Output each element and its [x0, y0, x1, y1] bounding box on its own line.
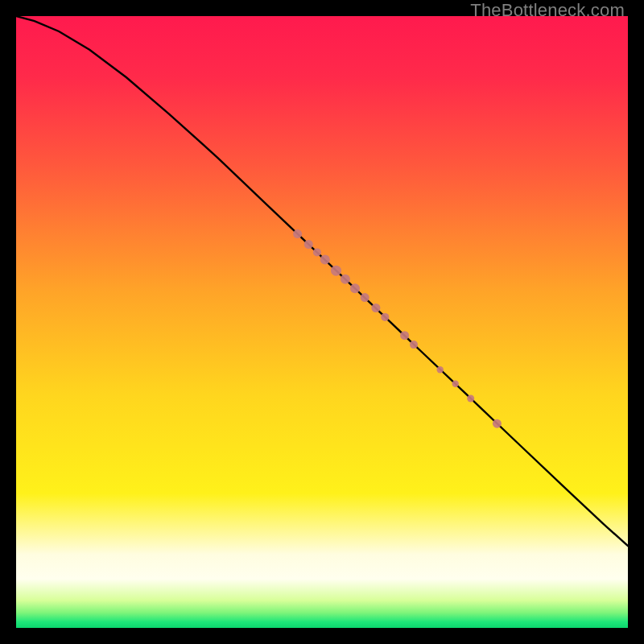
chart-frame: TheBottleneck.com: [0, 0, 644, 644]
data-point: [381, 313, 389, 321]
curve-line: [16, 16, 628, 546]
data-point: [400, 331, 409, 340]
data-point: [410, 341, 418, 349]
data-point: [437, 366, 444, 373]
plot-area: [16, 16, 628, 628]
data-point: [452, 381, 459, 387]
data-point: [350, 283, 360, 293]
data-point: [341, 275, 350, 284]
data-point: [313, 248, 321, 256]
chart-svg: [16, 16, 628, 628]
data-point: [371, 303, 380, 312]
data-point: [304, 240, 313, 249]
data-point: [493, 419, 502, 428]
data-point: [361, 293, 369, 302]
data-point: [331, 266, 341, 276]
data-point: [320, 255, 330, 265]
data-point: [293, 229, 302, 238]
data-point: [467, 395, 474, 402]
